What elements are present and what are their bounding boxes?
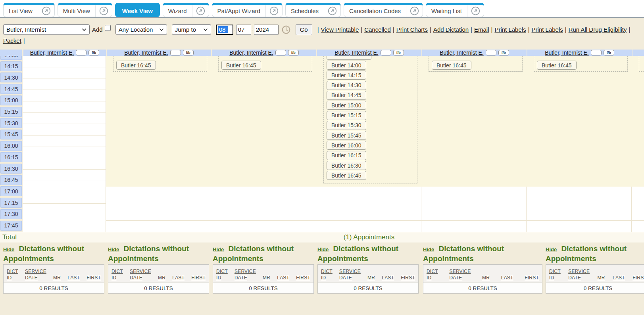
toolbar-link-email[interactable]: Email (474, 26, 489, 33)
sort-column-last[interactable]: LAST (501, 275, 513, 281)
appointment-slot-button[interactable] (327, 56, 371, 60)
sort-column-first[interactable]: FIRST (525, 275, 539, 281)
appointment-slot-button[interactable]: Butler 16:45 (116, 61, 156, 70)
appointment-slot-button[interactable]: Butler 16:45 (221, 61, 261, 70)
provider-select[interactable]: Butler, Internist (3, 24, 90, 35)
external-link-icon[interactable] (324, 5, 340, 17)
sort-column-first[interactable]: FIRST (296, 275, 310, 281)
sort-column-DICT-id[interactable]: DICTID (549, 268, 561, 281)
sort-column-last[interactable]: LAST (382, 275, 394, 281)
hide-link[interactable]: Hide (317, 246, 329, 252)
sort-column-last[interactable]: LAST (613, 275, 625, 281)
tab-wizard[interactable]: Wizard (163, 3, 209, 17)
provider-header-link[interactable]: Butler, Internist E. (334, 50, 379, 56)
sort-column-first[interactable]: FIRST (87, 275, 101, 281)
appointment-slot-button[interactable]: Butler 16:45 (432, 61, 471, 70)
appointment-slot-button[interactable]: Butler 16:15 (327, 151, 366, 160)
appointment-slot-button[interactable]: Butler 15:30 (327, 121, 366, 130)
external-link-icon[interactable] (192, 5, 209, 17)
hide-link[interactable]: Hide (546, 246, 557, 252)
add-checkbox[interactable] (105, 25, 111, 31)
date-month-input[interactable]: 08 (216, 25, 233, 35)
hide-link[interactable]: Hide (108, 246, 119, 252)
sort-column-DICT-id[interactable]: DICTID (7, 268, 18, 281)
minimize-button[interactable]: — (76, 50, 87, 55)
toolbar-link-cancelled[interactable]: Cancelled (364, 26, 391, 33)
sort-column-first[interactable]: FIRST (401, 275, 415, 281)
sort-column-first[interactable]: FIRST (191, 275, 206, 281)
tab-list-view[interactable]: List View (3, 3, 55, 17)
fb-button[interactable]: f/b (498, 50, 509, 55)
sort-column-SERVICE-date[interactable]: SERVICEDATE (130, 268, 151, 281)
date-year-input[interactable]: 2024 (254, 25, 279, 35)
appointment-slot-button[interactable]: Butler 15:45 (327, 131, 366, 140)
sort-column-SERVICE-date[interactable]: SERVICEDATE (568, 268, 590, 281)
sort-column-SERVICE-date[interactable]: SERVICEDATE (449, 268, 471, 281)
sort-column-SERVICE-date[interactable]: SERVICEDATE (339, 268, 361, 281)
sort-column-last[interactable]: LAST (277, 275, 289, 281)
hide-link[interactable]: Hide (423, 246, 434, 252)
appointment-slot-button[interactable]: Butler 16:00 (327, 141, 366, 150)
fb-button[interactable]: f/b (288, 50, 299, 55)
toolbar-link-print-labels[interactable]: Print Labels (532, 26, 563, 33)
minimize-button[interactable]: — (381, 50, 391, 55)
appointment-slot-button[interactable]: Butler 14:00 (327, 61, 366, 70)
sort-column-last[interactable]: LAST (67, 275, 80, 281)
toolbar-link-packet[interactable]: Packet (3, 37, 21, 44)
location-select[interactable]: Any Location (115, 24, 167, 35)
sort-column-first[interactable]: FIRST (632, 275, 644, 281)
provider-header-link[interactable]: Butler, Internist E. (30, 50, 74, 56)
sort-column-mr[interactable]: MR (263, 275, 270, 281)
appointment-slot-button[interactable]: Butler 15:00 (327, 101, 366, 110)
minimize-button[interactable]: — (275, 50, 286, 55)
external-link-icon[interactable] (95, 5, 112, 17)
sort-column-mr[interactable]: MR (158, 275, 165, 281)
go-button[interactable]: Go (296, 24, 312, 35)
tab-pat-appt-wizard[interactable]: Pat/Appt Wizard (212, 3, 283, 17)
provider-header-link[interactable]: Butler, Internist E. (440, 50, 484, 56)
provider-header-link[interactable]: Butler, Internist E. (229, 50, 273, 56)
fb-button[interactable]: f/b (604, 50, 614, 55)
sort-column-DICT-id[interactable]: DICTID (321, 268, 333, 281)
minimize-button[interactable]: — (486, 50, 496, 55)
sort-column-mr[interactable]: MR (53, 275, 61, 281)
tab-schedules[interactable]: Schedules (285, 3, 341, 17)
sort-column-last[interactable]: LAST (172, 275, 185, 281)
fb-button[interactable]: f/b (183, 50, 194, 55)
appointment-slot-button[interactable]: Butler 16:45 (537, 61, 577, 70)
clock-icon[interactable] (282, 25, 290, 34)
minimize-button[interactable]: — (170, 50, 181, 55)
appointment-slot-button[interactable]: Butler 14:15 (327, 71, 366, 80)
toolbar-link-run-all-drug-eligibility[interactable]: Run All Drug Eligibility (569, 26, 627, 33)
appointment-slot-button[interactable]: Butler 16:30 (327, 161, 366, 170)
hide-link[interactable]: Hide (3, 246, 14, 252)
sort-column-mr[interactable]: MR (367, 275, 375, 281)
sort-column-SERVICE-date[interactable]: SERVICEDATE (235, 268, 256, 281)
tab-waiting-list[interactable]: Waiting List (426, 3, 484, 17)
hide-link[interactable]: Hide (213, 246, 224, 252)
toolbar-link-print-labels[interactable]: Print Labels (494, 26, 526, 33)
sort-column-DICT-id[interactable]: DICTID (111, 268, 123, 281)
tab-week-view[interactable]: Week View (115, 3, 160, 17)
minimize-button[interactable]: — (591, 50, 602, 55)
toolbar-link-print-charts[interactable]: Print Charts (396, 26, 428, 33)
toolbar-link-add-dictation[interactable]: Add Dictation (433, 26, 469, 33)
jump-to-select[interactable]: Jump to (172, 24, 211, 35)
toolbar-link-view-printable[interactable]: View Printable (321, 26, 359, 33)
date-day-input[interactable]: 07 (236, 25, 251, 35)
fb-button[interactable]: f/b (393, 50, 404, 55)
appointment-slot-button[interactable]: Butler 14:30 (327, 81, 366, 90)
sort-column-DICT-id[interactable]: DICTID (216, 268, 228, 281)
appointment-slot-button[interactable]: Butler 15:15 (327, 111, 366, 120)
tab-multi-view[interactable]: Multi View (58, 3, 112, 17)
provider-header-link[interactable]: Butler, Internist E. (545, 50, 589, 56)
provider-header-link[interactable]: Butler, Internist E. (124, 50, 168, 56)
external-link-icon[interactable] (406, 5, 423, 17)
tab-cancellation-codes[interactable]: Cancellation Codes (344, 3, 423, 17)
sort-column-DICT-id[interactable]: DICTID (427, 268, 438, 281)
appointment-slot-button[interactable]: Butler 16:45 (327, 171, 366, 180)
external-link-icon[interactable] (265, 5, 282, 17)
external-link-icon[interactable] (467, 5, 484, 17)
sort-column-mr[interactable]: MR (598, 275, 605, 281)
sort-column-mr[interactable]: MR (482, 275, 490, 281)
